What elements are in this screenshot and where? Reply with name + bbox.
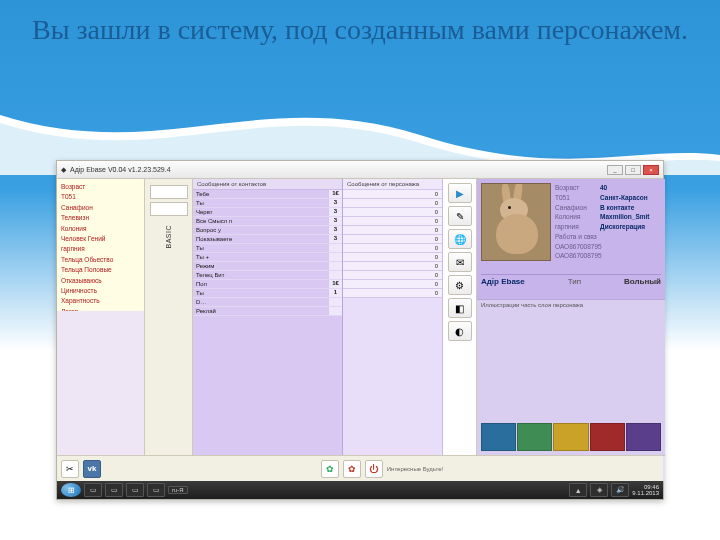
contact-name[interactable]: D… <box>193 298 328 306</box>
app-window: ◆ Aдір Ebase V0.04 v1.2.23.529.4 _ □ × В… <box>56 160 664 500</box>
contact-count <box>328 244 342 252</box>
info-label: Санафион <box>555 203 597 213</box>
info-label: гарпния <box>555 222 597 232</box>
contact-name[interactable]: Показываете <box>193 235 328 243</box>
info-label: Колония <box>555 212 597 222</box>
settings-button[interactable]: ⚙ <box>448 275 472 295</box>
os-taskbar[interactable]: ⊞ ▭ ▭ ▭ ▭ ru-Я ▲ ◈ 🔊 09:46 9.11.2013 <box>57 481 663 499</box>
vtab-2[interactable] <box>150 202 188 216</box>
color-swatch[interactable] <box>590 423 625 451</box>
color-swatch[interactable] <box>481 423 516 451</box>
character-avatar[interactable] <box>481 183 551 261</box>
character-name: Адір Ebase <box>481 277 525 295</box>
info-label: Работа и связ <box>555 232 597 242</box>
language-indicator[interactable]: ru-Я <box>168 486 188 494</box>
tray-volume-icon[interactable]: 🔊 <box>611 483 629 497</box>
vertical-tabs: BASIC <box>145 179 193 481</box>
contact-count <box>328 253 342 261</box>
contacts-messages-panel: Сообщения от контактов Тебе1€ Ты3 Червт3… <box>193 179 343 481</box>
contact-name[interactable]: Все Смысл п <box>193 217 328 225</box>
taskbar-item[interactable]: ▭ <box>105 483 123 497</box>
msg-count: 0 <box>343 208 442 217</box>
window-title-text: Aдір Ebase V0.04 v1.2.23.529.4 <box>70 166 171 173</box>
gear-green-icon[interactable]: ✿ <box>321 460 339 478</box>
color-swatch[interactable] <box>553 423 588 451</box>
tool-column: ▶ ✎ 🌐 ✉ ⚙ ◧ ◐ <box>443 179 477 481</box>
vk-button[interactable]: vk <box>83 460 101 478</box>
info-value: В контакте <box>600 203 634 213</box>
app-icon: ◆ <box>61 166 66 174</box>
contact-name[interactable]: Ты <box>193 244 328 252</box>
tray-network-icon[interactable]: ◈ <box>590 483 608 497</box>
character-info: Возраст40 T051Санкт-Карасон СанафионВ ко… <box>555 183 661 270</box>
stat-label: Циничность <box>61 286 97 296</box>
msg-count: 0 <box>343 271 442 280</box>
maximize-button[interactable]: □ <box>625 165 641 175</box>
contact-name[interactable]: Ты + <box>193 253 328 261</box>
character-faction: Вольный <box>624 277 661 295</box>
right-column: Возраст40 T051Санкт-Карасон СанафионВ ко… <box>477 179 665 481</box>
info-value: Maxmilion_Smit <box>600 212 649 222</box>
contact-name[interactable]: Ты <box>193 289 328 297</box>
stat-label: Отказываюсь <box>61 276 102 286</box>
taskbar-item[interactable]: ▭ <box>84 483 102 497</box>
msg-count: 0 <box>343 217 442 226</box>
start-button[interactable]: ⊞ <box>61 483 81 497</box>
taskbar-item[interactable]: ▭ <box>147 483 165 497</box>
contact-name[interactable]: Телец Бит <box>193 271 328 279</box>
msg-count: 0 <box>343 190 442 199</box>
stat-label: Телевизн <box>61 213 89 223</box>
edit-button[interactable]: ✎ <box>448 206 472 226</box>
contact-name[interactable]: Поп <box>193 280 328 288</box>
stat-label: Харантность <box>61 296 100 306</box>
contacts-table[interactable]: Тебе1€ Ты3 Червт3 Все Смысл п3 Вопрос у3… <box>193 190 342 481</box>
window-titlebar[interactable]: ◆ Aдір Ebase V0.04 v1.2.23.529.4 _ □ × <box>57 161 663 179</box>
contact-name[interactable]: Червт <box>193 208 328 216</box>
info-label: T051 <box>555 193 597 203</box>
power-icon[interactable]: ⏻ <box>365 460 383 478</box>
rabbit-icon <box>482 184 550 260</box>
close-button[interactable]: × <box>643 165 659 175</box>
gear-red-icon[interactable]: ✿ <box>343 460 361 478</box>
character-type-label: Тип <box>568 277 581 295</box>
illustration-header: Иллюстрации часть слоя персонажа <box>477 300 665 310</box>
bottombar-text: Интересные Будьте! <box>387 466 443 472</box>
contact-count <box>328 271 342 279</box>
vtab-1[interactable] <box>150 185 188 199</box>
msg-count: 0 <box>343 244 442 253</box>
contact-name[interactable]: Тебе <box>193 190 328 198</box>
taskbar-item[interactable]: ▭ <box>126 483 144 497</box>
contact-name[interactable]: Режим <box>193 262 328 270</box>
stat-label: Колония <box>61 224 86 234</box>
minimize-button[interactable]: _ <box>607 165 623 175</box>
color-palette[interactable] <box>481 423 661 451</box>
character-messages-header: Сообщения от персонажа <box>343 179 442 190</box>
taskbar-clock[interactable]: 09:46 9.11.2013 <box>632 484 659 496</box>
stat-label: Человек Гений <box>61 234 105 244</box>
layout-button[interactable]: ◧ <box>448 298 472 318</box>
info-value: Дискогерация <box>600 222 645 232</box>
theme-button[interactable]: ◐ <box>448 321 472 341</box>
msg-count: 0 <box>343 253 442 262</box>
stat-label: Тельца Обьество <box>61 255 113 265</box>
mail-button[interactable]: ✉ <box>448 252 472 272</box>
color-swatch[interactable] <box>626 423 661 451</box>
tool-scissors-icon[interactable]: ✂ <box>61 460 79 478</box>
stat-label: гарпния <box>61 244 85 254</box>
message-counts: 0 0 0 0 0 0 0 0 0 0 0 0 <box>343 190 442 298</box>
msg-count: 0 <box>343 199 442 208</box>
info-label: Возраст <box>555 183 597 193</box>
tray-icon[interactable]: ▲ <box>569 483 587 497</box>
play-button[interactable]: ▶ <box>448 183 472 203</box>
contact-name[interactable]: Реклай <box>193 307 328 315</box>
contact-count <box>328 298 342 306</box>
contact-name[interactable]: Ты <box>193 199 328 207</box>
color-swatch[interactable] <box>517 423 552 451</box>
contact-count <box>328 262 342 270</box>
illustration-panel: Иллюстрации часть слоя персонажа Соотнош… <box>477 299 665 481</box>
globe-button[interactable]: 🌐 <box>448 229 472 249</box>
info-value: 40 <box>600 183 607 193</box>
contact-name[interactable]: Вопрос у <box>193 226 328 234</box>
contact-count: 1 <box>328 289 342 297</box>
slide-title: Вы зашли в систему, под созданным вами п… <box>0 12 720 47</box>
